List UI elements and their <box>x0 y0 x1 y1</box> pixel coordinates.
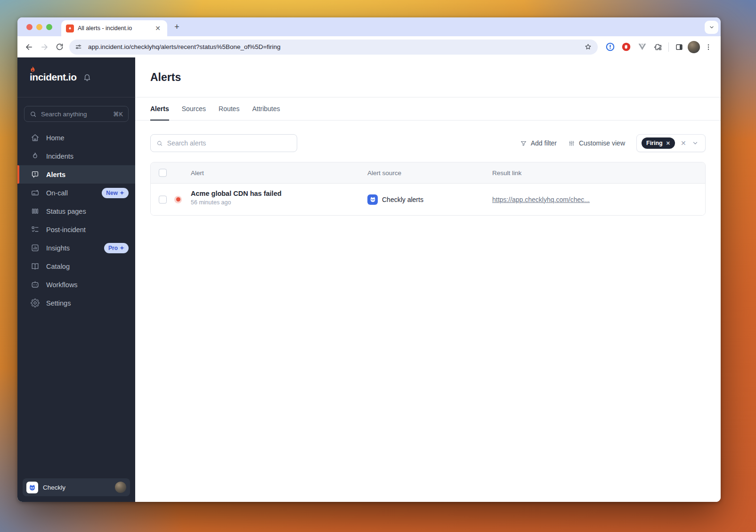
gear-icon <box>31 298 40 307</box>
url-bar[interactable]: app.incident.io/checklyhq/alerts/recent?… <box>69 40 598 55</box>
sidebar-item-settings[interactable]: Settings <box>17 294 135 312</box>
row-checkbox[interactable] <box>159 195 167 203</box>
page-header: Alerts <box>135 57 721 97</box>
search-shortcut: ⌘K <box>113 111 123 118</box>
alert-title[interactable]: Acme global CDN has failed <box>191 190 282 197</box>
sidebar-item-on-call[interactable]: On-call New <box>17 184 135 202</box>
sidebar-item-post-incident[interactable]: Post-incident <box>17 220 135 239</box>
column-header-alert: Alert <box>191 169 204 177</box>
bar-chart-icon <box>31 243 40 252</box>
controls-row: Add filter Customise view Firing ✕ ✕ <box>135 121 721 152</box>
close-window-button[interactable] <box>26 24 33 30</box>
select-all-checkbox[interactable] <box>159 169 167 177</box>
funnel-icon <box>520 140 527 147</box>
tab-title: All alerts - incident.io <box>78 25 149 32</box>
browser-tab[interactable]: All alerts - incident.io ✕ <box>61 20 167 36</box>
minimize-window-button[interactable] <box>36 24 42 30</box>
view-controls: Add filter Customise view Firing ✕ ✕ <box>520 134 706 152</box>
table-header-row: Alert Alert source Result link <box>151 162 705 184</box>
sidebar-item-label: Home <box>46 134 65 142</box>
notifications-bell-icon[interactable] <box>83 73 91 81</box>
menu-icon[interactable] <box>701 40 716 54</box>
status-filter-select[interactable]: Firing ✕ ✕ <box>636 134 706 152</box>
checkly-source-icon <box>367 194 378 205</box>
result-link[interactable]: https://app.checklyhq.com/chec... <box>492 196 590 203</box>
firing-status-dot <box>174 196 182 203</box>
url-text: app.incident.io/checklyhq/alerts/recent?… <box>88 43 578 50</box>
book-icon <box>31 262 40 271</box>
zoom-window-button[interactable] <box>46 24 52 30</box>
pro-badge: Pro <box>104 243 129 253</box>
sidebar-item-home[interactable]: Home <box>17 129 135 147</box>
alert-source-cell: Checkly alerts <box>367 194 423 205</box>
alert-timestamp: 56 minutes ago <box>191 199 282 206</box>
sidebar-item-label: Post-incident <box>46 226 86 234</box>
pager-icon <box>31 188 40 197</box>
browser-toolbar: app.incident.io/checklyhq/alerts/recent?… <box>17 36 721 57</box>
page-tabs: Alerts Sources Routes Attributes <box>135 97 721 121</box>
back-icon[interactable] <box>22 40 36 54</box>
bookmark-star-icon[interactable] <box>582 41 594 53</box>
tab-attributes[interactable]: Attributes <box>252 97 280 121</box>
sidebar: incident.io Search anything ⌘K Home <box>17 57 135 502</box>
sidebar-item-label: Status pages <box>46 208 86 215</box>
sidebar-item-catalog[interactable]: Catalog <box>17 257 135 275</box>
extensions-icon[interactable] <box>650 40 666 54</box>
sidebar-item-workflows[interactable]: Workflows <box>17 275 135 294</box>
search-icon <box>30 111 37 118</box>
search-icon <box>156 140 163 147</box>
add-filter-button[interactable]: Add filter <box>520 139 557 147</box>
onepassword-icon[interactable] <box>602 40 618 54</box>
browser-tab-strip: All alerts - incident.io ✕ + <box>17 17 721 36</box>
clear-filter-icon[interactable]: ✕ <box>681 140 686 146</box>
incident-io-logo[interactable]: incident.io <box>30 72 77 83</box>
sparkle-icon <box>120 191 124 195</box>
sidebar-item-incidents[interactable]: Incidents <box>17 147 135 165</box>
sidebar-item-label: Incidents <box>46 153 73 160</box>
home-icon <box>31 133 40 142</box>
search-alerts-field[interactable] <box>150 134 297 152</box>
tab-close-icon[interactable]: ✕ <box>153 24 163 32</box>
sidebar-item-label: Insights <box>46 244 70 252</box>
table-row[interactable]: Acme global CDN has failed 56 minutes ag… <box>151 184 705 215</box>
sparkle-icon <box>120 246 124 250</box>
user-avatar <box>115 482 126 493</box>
reload-icon[interactable] <box>52 40 66 54</box>
workspace-switcher[interactable]: Checkly <box>23 478 130 496</box>
column-header-alert-source: Alert source <box>367 169 401 177</box>
sidebar-nav: Home Incidents Alerts On-call <box>17 127 135 478</box>
new-tab-button[interactable]: + <box>171 21 183 33</box>
sidebar-item-label: Catalog <box>46 263 70 270</box>
profile-avatar[interactable] <box>688 41 700 53</box>
main-content: Alerts Alerts Sources Routes Attributes <box>135 57 721 502</box>
sidebar-item-alerts[interactable]: Alerts <box>17 165 135 184</box>
chevron-down-icon[interactable] <box>692 140 699 146</box>
sidebar-item-status-pages[interactable]: Status pages <box>17 202 135 220</box>
customise-view-button[interactable]: Customise view <box>568 139 625 147</box>
tab-sources[interactable]: Sources <box>182 97 206 121</box>
checklist-icon <box>31 225 40 234</box>
robot-icon <box>31 280 40 289</box>
flame-logo-icon <box>28 65 37 74</box>
search-anything-input[interactable]: Search anything ⌘K <box>24 106 129 122</box>
search-placeholder: Search anything <box>41 111 87 118</box>
column-header-result-link: Result link <box>492 169 521 177</box>
tab-alerts[interactable]: Alerts <box>150 97 169 121</box>
browser-window: All alerts - incident.io ✕ + <box>17 17 721 502</box>
adblock-icon[interactable] <box>618 40 634 54</box>
remove-firing-chip-icon[interactable]: ✕ <box>666 140 670 146</box>
tab-search-chevron-icon[interactable] <box>705 21 718 34</box>
site-info-icon[interactable] <box>72 41 84 53</box>
sidebar-item-insights[interactable]: Insights Pro <box>17 239 135 257</box>
side-panel-icon[interactable] <box>672 40 687 54</box>
desktop-wallpaper: All alerts - incident.io ✕ + <box>0 0 756 532</box>
status-bars-icon <box>31 207 40 216</box>
alert-cell: Acme global CDN has failed 56 minutes ag… <box>191 190 282 206</box>
firing-filter-chip[interactable]: Firing ✕ <box>642 137 675 149</box>
active-indicator <box>17 165 19 184</box>
tab-routes[interactable]: Routes <box>219 97 239 121</box>
forward-icon[interactable] <box>37 40 51 54</box>
search-alerts-input[interactable] <box>167 139 291 147</box>
checkly-logo-icon <box>26 482 38 493</box>
vue-devtools-icon[interactable] <box>634 40 650 54</box>
